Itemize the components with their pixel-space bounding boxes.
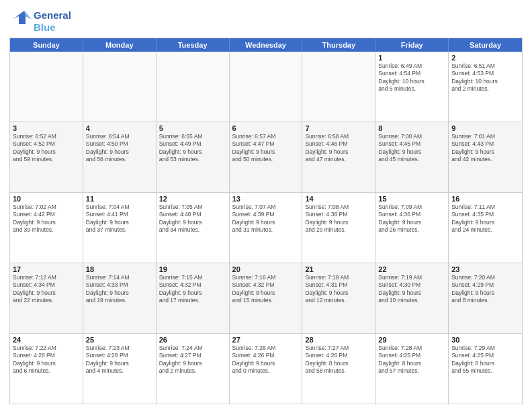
cal-row-1: 3Sunrise: 6:52 AM Sunset: 4:52 PM Daylig… (10, 122, 522, 192)
day-number: 22 (378, 265, 445, 273)
logo-svg (9, 9, 34, 34)
cal-cell-r2-c1: 11Sunrise: 7:04 AM Sunset: 4:41 PM Dayli… (83, 193, 157, 263)
cal-cell-r3-c1: 18Sunrise: 7:14 AM Sunset: 4:33 PM Dayli… (83, 263, 157, 333)
cal-cell-r3-c4: 21Sunrise: 7:18 AM Sunset: 4:31 PM Dayli… (302, 263, 375, 333)
day-info: Sunrise: 6:49 AM Sunset: 4:54 PM Dayligh… (378, 62, 445, 93)
cal-cell-r1-c2: 5Sunrise: 6:55 AM Sunset: 4:49 PM Daylig… (157, 122, 230, 192)
day-info: Sunrise: 7:14 AM Sunset: 4:33 PM Dayligh… (86, 274, 153, 305)
day-info: Sunrise: 7:20 AM Sunset: 4:29 PM Dayligh… (451, 274, 519, 305)
day-number: 1 (378, 54, 445, 62)
day-info: Sunrise: 7:08 AM Sunset: 4:38 PM Dayligh… (305, 203, 372, 234)
cal-cell-r2-c6: 16Sunrise: 7:11 AM Sunset: 4:35 PM Dayli… (449, 193, 522, 263)
day-number: 29 (378, 336, 445, 344)
day-number: 24 (13, 336, 80, 344)
cal-cell-r2-c5: 15Sunrise: 7:09 AM Sunset: 4:36 PM Dayli… (375, 193, 449, 263)
day-number: 4 (86, 124, 153, 132)
cal-cell-r3-c5: 22Sunrise: 7:19 AM Sunset: 4:30 PM Dayli… (375, 263, 449, 333)
cal-cell-r2-c4: 14Sunrise: 7:08 AM Sunset: 4:38 PM Dayli… (302, 193, 375, 263)
cal-cell-r0-c6: 2Sunrise: 6:51 AM Sunset: 4:53 PM Daylig… (449, 52, 522, 122)
day-number: 18 (86, 265, 153, 273)
logo-blue-text: Blue (34, 21, 56, 33)
day-number: 11 (86, 195, 153, 203)
cal-cell-r0-c1 (83, 52, 157, 122)
logo: GeneralBlue (9, 9, 71, 34)
cal-header-friday: Friday (375, 38, 449, 52)
day-info: Sunrise: 7:05 AM Sunset: 4:40 PM Dayligh… (159, 203, 226, 234)
cal-cell-r0-c2 (157, 52, 230, 122)
day-number: 20 (232, 265, 300, 273)
day-info: Sunrise: 6:51 AM Sunset: 4:53 PM Dayligh… (451, 62, 519, 93)
cal-cell-r2-c3: 13Sunrise: 7:07 AM Sunset: 4:39 PM Dayli… (230, 193, 303, 263)
cal-cell-r0-c3 (230, 52, 303, 122)
day-number: 15 (378, 195, 445, 203)
cal-cell-r4-c2: 26Sunrise: 7:24 AM Sunset: 4:27 PM Dayli… (157, 334, 230, 404)
cal-cell-r1-c0: 3Sunrise: 6:52 AM Sunset: 4:52 PM Daylig… (10, 122, 83, 192)
cal-cell-r1-c5: 8Sunrise: 7:00 AM Sunset: 4:45 PM Daylig… (375, 122, 449, 192)
day-number: 3 (13, 124, 80, 132)
day-number: 2 (451, 54, 519, 62)
day-number: 19 (159, 265, 226, 273)
day-info: Sunrise: 7:11 AM Sunset: 4:35 PM Dayligh… (451, 203, 519, 234)
day-info: Sunrise: 7:23 AM Sunset: 4:28 PM Dayligh… (86, 345, 153, 375)
day-info: Sunrise: 6:58 AM Sunset: 4:46 PM Dayligh… (305, 133, 372, 164)
cal-cell-r4-c6: 30Sunrise: 7:29 AM Sunset: 4:25 PM Dayli… (449, 334, 522, 404)
day-number: 26 (159, 336, 226, 344)
day-info: Sunrise: 7:26 AM Sunset: 4:26 PM Dayligh… (232, 345, 300, 375)
day-number: 23 (451, 265, 519, 273)
day-info: Sunrise: 7:29 AM Sunset: 4:25 PM Dayligh… (451, 345, 519, 375)
day-info: Sunrise: 6:55 AM Sunset: 4:49 PM Dayligh… (159, 133, 226, 164)
cal-header-sunday: Sunday (10, 38, 83, 52)
cal-cell-r2-c0: 10Sunrise: 7:02 AM Sunset: 4:42 PM Dayli… (10, 193, 83, 263)
day-info: Sunrise: 7:22 AM Sunset: 4:28 PM Dayligh… (13, 345, 80, 375)
day-number: 25 (86, 336, 153, 344)
cal-header-saturday: Saturday (449, 38, 522, 52)
day-info: Sunrise: 7:09 AM Sunset: 4:36 PM Dayligh… (378, 203, 445, 234)
day-info: Sunrise: 6:52 AM Sunset: 4:52 PM Dayligh… (13, 133, 80, 164)
day-info: Sunrise: 7:27 AM Sunset: 4:26 PM Dayligh… (305, 345, 372, 375)
day-number: 13 (232, 195, 300, 203)
day-info: Sunrise: 7:02 AM Sunset: 4:42 PM Dayligh… (13, 203, 80, 234)
cal-row-0: 1Sunrise: 6:49 AM Sunset: 4:54 PM Daylig… (10, 52, 522, 122)
cal-cell-r0-c0 (10, 52, 83, 122)
day-info: Sunrise: 7:12 AM Sunset: 4:34 PM Dayligh… (13, 274, 80, 305)
day-number: 27 (232, 336, 300, 344)
day-number: 12 (159, 195, 226, 203)
cal-header-wednesday: Wednesday (230, 38, 303, 52)
cal-row-2: 10Sunrise: 7:02 AM Sunset: 4:42 PM Dayli… (10, 192, 522, 263)
cal-cell-r0-c4 (302, 52, 375, 122)
day-info: Sunrise: 6:57 AM Sunset: 4:47 PM Dayligh… (232, 133, 300, 164)
day-number: 10 (13, 195, 80, 203)
cal-cell-r1-c4: 7Sunrise: 6:58 AM Sunset: 4:46 PM Daylig… (302, 122, 375, 192)
day-info: Sunrise: 7:01 AM Sunset: 4:43 PM Dayligh… (451, 133, 519, 164)
cal-cell-r4-c0: 24Sunrise: 7:22 AM Sunset: 4:28 PM Dayli… (10, 334, 83, 404)
day-info: Sunrise: 7:16 AM Sunset: 4:32 PM Dayligh… (232, 274, 300, 305)
page: GeneralBlue SundayMondayTuesdayWednesday… (0, 0, 532, 411)
cal-row-3: 17Sunrise: 7:12 AM Sunset: 4:34 PM Dayli… (10, 263, 522, 333)
day-info: Sunrise: 7:15 AM Sunset: 4:32 PM Dayligh… (159, 274, 226, 305)
day-info: Sunrise: 7:24 AM Sunset: 4:27 PM Dayligh… (159, 345, 226, 375)
day-info: Sunrise: 7:00 AM Sunset: 4:45 PM Dayligh… (378, 133, 445, 164)
header: GeneralBlue (9, 7, 523, 34)
cal-cell-r3-c2: 19Sunrise: 7:15 AM Sunset: 4:32 PM Dayli… (157, 263, 230, 333)
day-info: Sunrise: 7:19 AM Sunset: 4:30 PM Dayligh… (378, 274, 445, 305)
day-number: 16 (451, 195, 519, 203)
cal-cell-r1-c3: 6Sunrise: 6:57 AM Sunset: 4:47 PM Daylig… (230, 122, 303, 192)
cal-cell-r4-c3: 27Sunrise: 7:26 AM Sunset: 4:26 PM Dayli… (230, 334, 303, 404)
day-info: Sunrise: 7:28 AM Sunset: 4:25 PM Dayligh… (378, 345, 445, 375)
cal-header-thursday: Thursday (302, 38, 375, 52)
cal-cell-r1-c6: 9Sunrise: 7:01 AM Sunset: 4:43 PM Daylig… (449, 122, 522, 192)
cal-cell-r1-c1: 4Sunrise: 6:54 AM Sunset: 4:50 PM Daylig… (83, 122, 157, 192)
day-number: 7 (305, 124, 372, 132)
cal-header-tuesday: Tuesday (157, 38, 230, 52)
day-number: 21 (305, 265, 372, 273)
cal-cell-r4-c5: 29Sunrise: 7:28 AM Sunset: 4:25 PM Dayli… (375, 334, 449, 404)
cal-row-4: 24Sunrise: 7:22 AM Sunset: 4:28 PM Dayli… (10, 333, 522, 404)
day-number: 17 (13, 265, 80, 273)
cal-header-monday: Monday (83, 38, 157, 52)
day-number: 5 (159, 124, 226, 132)
calendar-header: SundayMondayTuesdayWednesdayThursdayFrid… (10, 38, 522, 52)
calendar: SundayMondayTuesdayWednesdayThursdayFrid… (9, 38, 523, 404)
calendar-body: 1Sunrise: 6:49 AM Sunset: 4:54 PM Daylig… (10, 52, 522, 404)
day-number: 8 (378, 124, 445, 132)
day-number: 14 (305, 195, 372, 203)
